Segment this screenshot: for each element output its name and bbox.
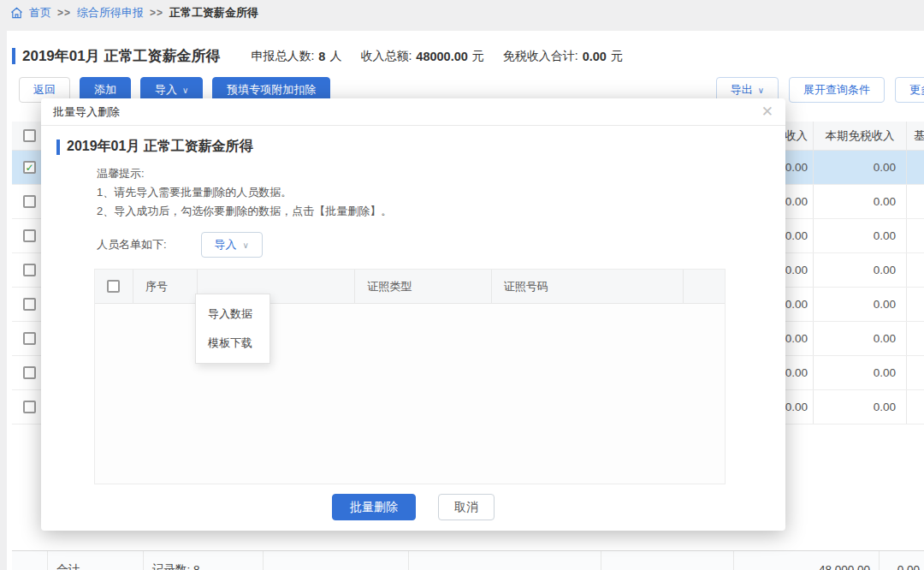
- row-checkbox[interactable]: [23, 366, 36, 379]
- more-button[interactable]: 更多: [895, 77, 924, 103]
- tips-block: 温馨提示: 1、请先导入需要批量删除的人员数据。 2、导入成功后，勾选你要删除的…: [97, 164, 785, 221]
- row-checkbox[interactable]: [23, 332, 36, 345]
- taxfree-cell: 0.00: [814, 390, 907, 424]
- column-header-doc-type: 证照类型: [355, 270, 492, 303]
- stat-label: 申报总人数:: [251, 49, 314, 64]
- page-title: 2019年01月 正常工资薪金所得: [22, 46, 220, 66]
- breadcrumb-link-declare[interactable]: 综合所得申报: [77, 5, 144, 21]
- modal-section-title: 2019年01月 正常工资薪金所得: [67, 138, 253, 156]
- taxfree-cell: 0.00: [814, 151, 907, 184]
- totals-label: 合计: [48, 551, 144, 570]
- stat-unit: 元: [472, 49, 484, 64]
- batch-delete-modal: 批量导入删除 ✕ 2019年01月 正常工资薪金所得 温馨提示: 1、请先导入需…: [41, 98, 785, 531]
- tip-line-2: 2、导入成功后，勾选你要删除的数据，点击【批量删除】。: [97, 202, 785, 221]
- roster-row: 人员名单如下: 导入 ∨: [97, 232, 785, 258]
- tip-line-1: 1、请先导入需要批量删除的人员数据。: [97, 183, 785, 202]
- taxfree-cell: 0.00: [814, 185, 907, 218]
- chevron-down-icon: ∨: [242, 240, 248, 250]
- column-header-doc-number: 证照号码: [492, 270, 684, 303]
- breadcrumb-separator: >>: [57, 7, 71, 19]
- row-checkbox[interactable]: [23, 298, 36, 311]
- roster-label: 人员名单如下:: [97, 237, 167, 252]
- dropdown-menu-item[interactable]: 模板下载: [196, 329, 270, 358]
- modal-body: 2019年01月 正常工资薪金所得 温馨提示: 1、请先导入需要批量删除的人员数…: [41, 138, 785, 491]
- basic-cell: [907, 151, 924, 184]
- expand-query-button[interactable]: 展开查询条件: [789, 77, 885, 103]
- modal-footer: 批量删除 取消: [41, 494, 785, 520]
- taxfree-cell: 0.00: [814, 356, 907, 389]
- income-total: 48,000.00: [734, 551, 880, 570]
- stat-unit: 人: [329, 49, 341, 64]
- breadcrumb: 首页 >> 综合所得申报 >> 正常工资薪金所得: [10, 5, 258, 21]
- taxfree-total: 0.00: [880, 551, 924, 570]
- stat-label: 收入总额:: [360, 49, 412, 64]
- basic-cell: [907, 185, 924, 218]
- dropdown-menu-item[interactable]: 导入数据: [196, 300, 270, 329]
- batch-delete-button[interactable]: 批量删除: [332, 494, 416, 520]
- modal-table-body-empty: [95, 304, 725, 484]
- stat-value: 0.00: [583, 50, 607, 63]
- taxfree-cell: 0.00: [814, 219, 907, 252]
- basic-cell: [907, 253, 924, 287]
- basic-cell: [907, 356, 924, 389]
- modal-header: 批量导入删除 ✕: [41, 98, 785, 126]
- modal-table-header: 序号 证照类型 证照号码: [95, 270, 725, 304]
- close-icon[interactable]: ✕: [761, 104, 773, 119]
- column-header-index: 序号: [133, 270, 198, 303]
- breadcrumb-current: 正常工资薪金所得: [169, 5, 258, 21]
- row-checkbox[interactable]: [23, 401, 36, 413]
- chevron-down-icon: ∨: [758, 86, 764, 95]
- basic-cell: [907, 219, 924, 252]
- home-icon[interactable]: [10, 7, 23, 19]
- row-checkbox[interactable]: [23, 161, 36, 174]
- summary-stats: 申报总人数:8人 收入总额:48000.00元 免税收入合计:0.00元: [251, 49, 622, 64]
- stat-label: 免税收入合计:: [503, 49, 578, 64]
- chevron-down-icon: ∨: [182, 86, 188, 95]
- breadcrumb-separator: >>: [150, 7, 163, 19]
- record-count: 记录数: 8: [144, 551, 264, 570]
- basic-cell: [907, 322, 924, 355]
- app-window: 首页 >> 综合所得申报 >> 正常工资薪金所得 2019年01月 正常工资薪金…: [0, 0, 924, 570]
- taxfree-cell: 0.00: [814, 288, 907, 321]
- breadcrumb-home[interactable]: 首页: [29, 5, 51, 21]
- taxfree-cell: 0.00: [814, 253, 907, 287]
- modal-import-dropdown-button[interactable]: 导入 ∨: [201, 232, 263, 258]
- modal-title: 批量导入删除: [53, 104, 120, 120]
- stat-value: 48000.00: [416, 50, 467, 63]
- cancel-button[interactable]: 取消: [438, 494, 495, 520]
- basic-cell: [907, 390, 924, 424]
- select-all-checkbox[interactable]: [23, 129, 36, 142]
- row-checkbox[interactable]: [23, 264, 36, 276]
- tips-title: 温馨提示:: [97, 164, 785, 183]
- title-accent-bar: [56, 140, 60, 155]
- modal-table: 序号 证照类型 证照号码: [94, 269, 726, 484]
- stat-unit: 元: [611, 49, 623, 64]
- column-header-basic: 基本: [907, 122, 924, 150]
- modal-select-all-checkbox[interactable]: [107, 280, 120, 293]
- row-checkbox[interactable]: [23, 195, 36, 208]
- row-checkbox[interactable]: [23, 229, 36, 242]
- page-header: 2019年01月 正常工资薪金所得 申报总人数:8人 收入总额:48000.00…: [12, 46, 623, 66]
- title-accent-bar: [12, 48, 15, 64]
- basic-cell: [907, 288, 924, 321]
- column-header-taxfree: 本期免税收入: [814, 122, 907, 150]
- stat-value: 8: [318, 50, 325, 63]
- taxfree-cell: 0.00: [814, 322, 907, 355]
- import-dropdown-menu: 导入数据 模板下载: [195, 294, 270, 364]
- table-totals-row: 合计 记录数: 8 48,000.00 0.00: [12, 550, 924, 570]
